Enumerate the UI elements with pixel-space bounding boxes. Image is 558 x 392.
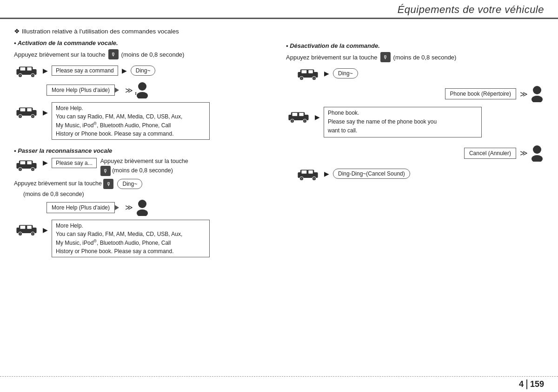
car-icon-2 — [14, 104, 39, 119]
svg-point-53 — [304, 120, 306, 122]
svg-point-44 — [533, 86, 541, 94]
chapter-number: 4 — [519, 379, 524, 389]
svg-rect-39 — [308, 70, 312, 73]
arrow-3: ▶ — [43, 109, 48, 116]
arrow-6: ▶ — [324, 70, 329, 77]
phone-book-content-box: Phone book. Please say the name of the p… — [324, 107, 482, 137]
phone-book-label-box: Phone book (Répertoire) — [445, 88, 516, 99]
svg-rect-58 — [302, 170, 307, 173]
passer-instruction-2: Appuyez brièvement sur la touche 🎙 — [14, 179, 113, 189]
svg-point-35 — [32, 233, 33, 235]
svg-point-6 — [19, 74, 21, 76]
svg-point-7 — [32, 74, 33, 76]
arrow-7: ▶ — [315, 113, 320, 121]
passer-instruction: Appuyez brièvement sur la touche 🎙 (moin… — [100, 157, 188, 176]
car-icon-6 — [286, 109, 311, 124]
svg-point-42 — [300, 77, 302, 79]
svg-rect-38 — [302, 70, 307, 73]
svg-point-34 — [19, 233, 21, 235]
mic-icon-4: 🎙 — [380, 52, 391, 62]
more-help-detail-row-1: ▶ More Help. You can say Radio, FM, AM, … — [14, 102, 272, 140]
cancel-label-box: Cancel (Annuler) — [464, 148, 516, 159]
svg-rect-49 — [299, 113, 303, 116]
svg-point-54 — [533, 145, 541, 154]
arrow-1: ▶ — [43, 67, 48, 74]
car-icon-5 — [295, 66, 320, 81]
desactivation-ding-row: ▶ Ding~ — [295, 66, 544, 81]
activation-instruction: Appuyez brièvement sur la touche 🎙 (moin… — [14, 49, 272, 59]
footer-page: 4 159 — [519, 379, 544, 389]
head-icon-2 — [135, 199, 149, 216]
svg-rect-13 — [27, 108, 31, 111]
header-title: Équipements de votre véhicule — [398, 4, 544, 16]
wave-arrows-3: ≫ — [520, 90, 526, 98]
desactivation-section: • Désactivation de la commande. Appuyez … — [286, 42, 544, 181]
cancel-sound-box: Ding-Ding~(Cancel Sound) — [333, 169, 410, 179]
more-help-label-box-2: More Help (Plus d'aide) — [46, 202, 115, 213]
cancel-sound-row: ▶ Ding-Ding~(Cancel Sound) — [295, 166, 544, 181]
right-column: • Désactivation de la commande. Appuyez … — [281, 27, 544, 366]
main-content: ❖ Illustration relative à l'utilisation … — [0, 19, 558, 371]
arrow-8: ▶ — [324, 170, 329, 177]
passer-section: • Passer la reconnaissance vocale ▶ Plea… — [14, 147, 272, 257]
svg-point-25 — [32, 168, 33, 170]
svg-point-9 — [137, 92, 148, 98]
svg-rect-59 — [308, 170, 312, 173]
mic-icon-3: 🎙 — [103, 179, 113, 189]
more-help-label-box-1: More Help (Plus d'aide) — [46, 85, 115, 96]
please-say-a-box: Please say a... — [52, 158, 97, 168]
svg-rect-20 — [20, 161, 26, 164]
svg-rect-2 — [20, 67, 26, 71]
head-icon-3 — [530, 85, 544, 102]
more-help-row-2: More Help (Plus d'aide) ≫ — [46, 199, 272, 216]
arrow-2: ▶ — [122, 67, 127, 74]
arrow-4: ▶ — [43, 159, 48, 166]
svg-rect-12 — [20, 108, 26, 111]
arrow-5: ▶ — [43, 226, 48, 234]
svg-point-27 — [137, 209, 148, 216]
svg-point-26 — [138, 200, 146, 208]
passer-title: • Passer la reconnaissance vocale — [14, 147, 272, 154]
more-help-detail-row-2: ▶ More Help. You can say Radio, FM, AM, … — [14, 220, 272, 257]
wave-arrows-1: ≫ — [125, 86, 132, 95]
page-number: 159 — [526, 379, 544, 389]
passer-row-1: ▶ Please say a... Appuyez brièvement sur… — [14, 157, 272, 176]
left-column: ❖ Illustration relative à l'utilisation … — [14, 27, 272, 366]
svg-point-63 — [313, 177, 315, 179]
svg-point-43 — [313, 77, 315, 79]
wave-arrows-4: ≫ — [520, 149, 526, 157]
page-header: Équipements de votre véhicule — [0, 0, 558, 19]
svg-point-24 — [19, 168, 21, 170]
car-icon-3 — [14, 157, 39, 172]
cancel-label-row: Cancel (Annuler) ≫ — [286, 145, 544, 162]
svg-point-17 — [32, 115, 33, 117]
ding-box-2: Ding~ — [117, 179, 142, 189]
more-help-content-box-2: More Help. You can say Radio, FM, AM, Me… — [52, 220, 210, 257]
svg-rect-48 — [292, 113, 298, 116]
mic-icon-2: 🎙 — [100, 166, 111, 176]
svg-point-62 — [300, 177, 302, 179]
svg-rect-3 — [27, 67, 31, 71]
svg-point-45 — [531, 96, 543, 102]
wave-arrows-2: ≫ — [125, 203, 132, 212]
car-icon-4 — [14, 222, 39, 236]
svg-point-52 — [291, 120, 293, 122]
activation-row-1: ▶ Please say a command ▶ Ding~ — [14, 63, 272, 78]
car-icon-1 — [14, 63, 39, 78]
footer: 4 159 — [0, 376, 558, 392]
svg-point-16 — [19, 115, 21, 117]
more-help-row-1: More Help (Plus d'aide) ≫ — [46, 82, 272, 98]
main-section-title: ❖ Illustration relative à l'utilisation … — [14, 27, 272, 35]
activation-section: • Activation de la commande vocale. Appu… — [14, 39, 272, 140]
passer-ding-row: Appuyez brièvement sur la touche 🎙 Ding~ — [14, 179, 272, 189]
head-icon-4 — [530, 145, 544, 162]
passer-instruction-3: (moins de 0,8 seconde) — [23, 191, 272, 197]
phone-book-label-row: Phone book (Répertoire) ≫ — [286, 85, 544, 102]
head-icon-1 — [135, 82, 149, 98]
svg-rect-31 — [27, 226, 31, 229]
svg-rect-21 — [27, 161, 31, 164]
ding-box-3: Ding~ — [333, 68, 358, 78]
desactivation-title: • Désactivation de la commande. — [286, 42, 544, 49]
svg-point-55 — [531, 155, 543, 162]
mic-icon: 🎙 — [108, 49, 119, 59]
